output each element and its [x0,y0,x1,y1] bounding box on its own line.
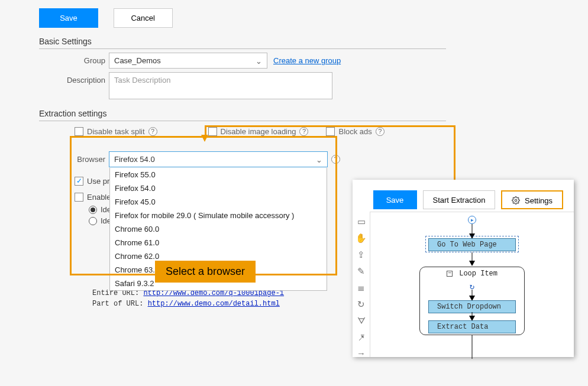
right-save-button[interactable]: Save [373,190,417,209]
help-icon[interactable]: ? [299,127,308,136]
basic-settings-title: Basic Settings [39,37,446,49]
description-textarea[interactable]: Task Description [109,72,332,99]
help-icon[interactable]: ? [148,127,157,136]
use-pro-checkbox[interactable] [75,177,83,186]
loop-item-label: Loop Item [459,270,497,278]
save-button[interactable]: Save [39,8,98,28]
disable-image-loading-label: Disable image loading [221,127,296,136]
browser-select-value: Firefox 54.0 [114,155,155,164]
group-label: Group [39,53,109,69]
pointer-icon[interactable]: ⭷ [357,332,366,342]
settings-button-label: Settings [525,196,553,205]
arrow-down-icon [469,261,475,266]
highlight-connector [205,125,454,127]
block-ads-label: Block ads [338,127,371,136]
upload-icon[interactable]: ⇪ [357,249,365,260]
arrow-down-icon [201,135,208,142]
help-icon[interactable]: ? [376,127,385,136]
flow-line [472,335,473,359]
part-url-label: Part of URL: [92,300,148,308]
tree-icon[interactable]: ᗊ [357,316,366,326]
chevron-down-icon: ⌄ [316,155,322,164]
disable-task-split-checkbox[interactable] [75,127,83,136]
create-group-link[interactable]: Create a new group [273,56,341,65]
arrow-right-icon[interactable]: → [357,348,366,358]
workflow-panel: Save Start Extraction Settings ▭ ✋ ⇪ ✎ ≣… [353,180,574,357]
gear-icon [512,196,520,207]
help-icon[interactable]: ? [331,155,340,164]
disable-image-loading-checkbox[interactable] [208,127,217,136]
collapse-icon[interactable]: − [447,271,453,277]
description-label: Description [39,72,109,99]
edit-icon[interactable]: ✎ [357,266,365,277]
settings-button[interactable]: Settings [501,190,563,209]
browser-select[interactable]: Firefox 54.0 ⌄ Firefox 55.0 Firefox 54.0… [109,151,328,167]
browser-option[interactable]: Chrome 61.0 [110,236,327,249]
extraction-settings-title: Extraction settings [39,109,446,121]
group-select[interactable]: Case_Demos ⌄ [109,53,267,69]
highlight-connector [454,125,455,184]
block-ads-checkbox[interactable] [326,127,335,136]
start-icon: ▸ [468,216,476,224]
cursor-icon[interactable]: ✋ [356,233,367,244]
select-browser-callout: Select a browser [155,261,256,283]
icon-rail: ▭ ✋ ⇪ ✎ ≣ ↻ ᗊ ⭷ → [353,212,370,357]
browser-label: Browser [39,151,109,167]
node-extract-data[interactable]: Extract Data [428,320,516,333]
identi-radio-2[interactable] [89,217,97,225]
list-icon[interactable]: ≣ [357,283,365,293]
page-icon[interactable]: ▭ [357,216,366,227]
part-url-link[interactable]: http://www.demo.com/detail.html [148,300,280,308]
browser-option[interactable]: Chrome 60.0 [110,222,327,236]
chevron-down-icon: ⌄ [256,56,262,65]
group-select-value: Case_Demos [114,56,161,65]
loop-item-box[interactable]: − Loop Item ↻ Switch Dropdown Extract Da… [419,267,525,335]
refresh-icon[interactable]: ↻ [357,299,365,310]
browser-option[interactable]: Firefox 54.0 [110,181,327,195]
disable-task-split-label: Disable task split [87,127,145,136]
browser-option[interactable]: Firefox for mobile 29.0 ( Simulate mobil… [110,209,327,222]
identi-radio-1[interactable] [89,206,97,214]
browser-option[interactable]: Firefox 45.0 [110,195,327,209]
svg-point-0 [515,199,518,202]
node-go-to-web-page[interactable]: Go To Web Page [428,238,516,251]
node-switch-dropdown[interactable]: Switch Dropdown [428,300,516,313]
browser-option[interactable]: Firefox 55.0 [110,168,327,181]
cancel-button[interactable]: Cancel [114,8,173,28]
start-extraction-button[interactable]: Start Extraction [423,190,496,209]
workflow-canvas[interactable]: ▸ Go To Web Page − Loop Item ↻ Switch Dr… [370,212,574,357]
enable-i-checkbox[interactable] [75,193,83,202]
